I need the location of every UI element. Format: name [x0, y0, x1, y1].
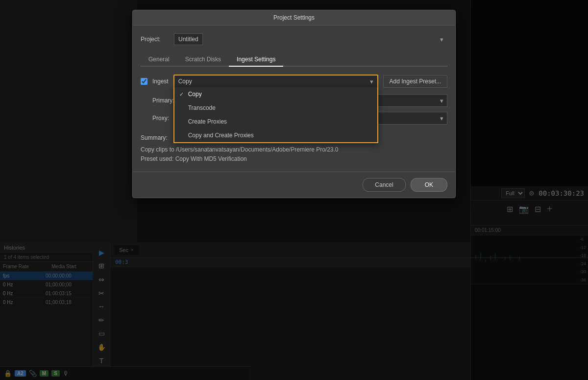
modal-overlay: Project Settings Project: Untitled Gener… [0, 0, 588, 380]
modal-tabs: General Scratch Disks Ingest Settings [141, 53, 447, 67]
dropdown-item-copy-create-proxies[interactable]: Copy and Create Proxies [174, 128, 377, 142]
project-select-wrapper: Untitled [174, 33, 447, 45]
ingest-dropdown-menu: Copy Transcode Create Proxies Copy and C… [173, 87, 378, 143]
tab-scratch-disks[interactable]: Scratch Disks [177, 53, 229, 67]
cancel-button[interactable]: Cancel [363, 178, 405, 192]
modal-footer: Cancel OK [133, 172, 455, 198]
project-select[interactable]: Untitled [174, 33, 203, 45]
modal-title: Project Settings [273, 14, 315, 21]
ok-button[interactable]: OK [411, 178, 447, 192]
ingest-row: Ingest Copy Transcode Create Proxies Cop… [141, 75, 447, 88]
project-label: Project: [141, 36, 170, 43]
summary-text: Copy clips to /Users/sanatanvatsayan/Doc… [141, 145, 447, 164]
modal-titlebar: Project Settings [133, 10, 455, 25]
ingest-type-select[interactable]: Copy Transcode Create Proxies Copy and C… [174, 76, 377, 87]
ingest-label: Ingest [152, 78, 169, 85]
summary-line2: Preset used: Copy With MD5 Verification [141, 154, 447, 164]
add-ingest-preset-button[interactable]: Add Ingest Preset... [383, 75, 447, 88]
ingest-checkbox[interactable] [141, 78, 147, 85]
project-settings-dialog: Project Settings Project: Untitled Gener… [132, 10, 456, 198]
ingest-dropdown-wrapper: Copy Transcode Create Proxies Copy and C… [173, 75, 378, 88]
dropdown-item-copy[interactable]: Copy [174, 87, 377, 101]
dropdown-item-create-proxies[interactable]: Create Proxies [174, 115, 377, 128]
tab-general[interactable]: General [141, 53, 177, 67]
project-row: Project: Untitled [141, 33, 447, 45]
dropdown-item-transcode[interactable]: Transcode [174, 101, 377, 115]
summary-line1: Copy clips to /Users/sanatanvatsayan/Doc… [141, 145, 447, 154]
modal-body: Project: Untitled General Scratch Disks … [133, 25, 455, 172]
tab-ingest-settings[interactable]: Ingest Settings [229, 53, 283, 67]
